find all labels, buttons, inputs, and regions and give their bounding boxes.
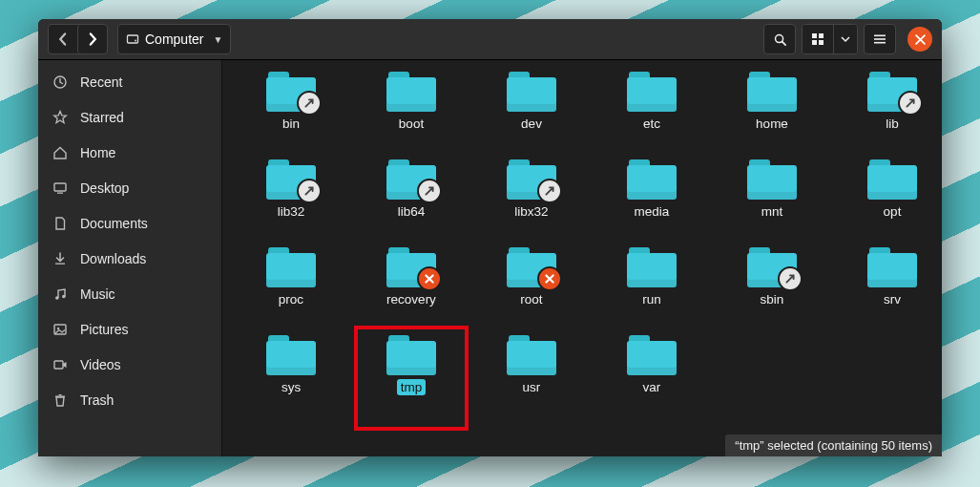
folder-icon bbox=[747, 245, 797, 287]
folder-item-proc[interactable]: proc bbox=[234, 244, 348, 331]
path-segment-computer[interactable]: Computer bbox=[126, 32, 203, 47]
trash-icon bbox=[52, 392, 69, 409]
folder-icon bbox=[386, 158, 436, 200]
folder-label: run bbox=[638, 291, 665, 307]
sidebar-item-documents[interactable]: Documents bbox=[38, 205, 221, 241]
folder-item-var[interactable]: var bbox=[594, 331, 709, 419]
sidebar-item-trash[interactable]: Trash bbox=[38, 382, 221, 417]
svg-rect-0 bbox=[128, 35, 138, 43]
folder-icon bbox=[747, 158, 797, 200]
chevron-left-icon bbox=[56, 32, 70, 46]
icon-view-pane[interactable]: binbootdevetchomeliblib32lib64libx32medi… bbox=[222, 60, 942, 456]
folder-item-run[interactable]: run bbox=[594, 244, 709, 331]
search-button[interactable] bbox=[763, 24, 796, 54]
path-label: Computer bbox=[145, 32, 203, 47]
folder-label: lib64 bbox=[394, 203, 429, 220]
svg-rect-8 bbox=[874, 35, 886, 37]
folder-icon bbox=[627, 245, 677, 287]
folder-label: boot bbox=[395, 116, 427, 132]
folder-icon bbox=[266, 245, 316, 287]
svg-rect-9 bbox=[874, 38, 886, 40]
svg-rect-21 bbox=[59, 394, 62, 395]
clock-icon bbox=[52, 74, 69, 91]
folder-label: mnt bbox=[758, 203, 787, 220]
grid-icon bbox=[811, 32, 824, 46]
folder-item-lib32[interactable]: lib32 bbox=[234, 156, 348, 244]
svg-point-16 bbox=[62, 294, 66, 298]
folder-label: dev bbox=[517, 116, 546, 132]
svg-point-1 bbox=[135, 40, 136, 42]
path-dropdown-button[interactable]: ▼ bbox=[213, 34, 222, 45]
folder-icon bbox=[507, 333, 556, 375]
folder-item-mnt[interactable]: mnt bbox=[715, 156, 829, 244]
folder-label: libx32 bbox=[511, 203, 552, 220]
close-icon bbox=[915, 34, 926, 45]
window-close-button[interactable] bbox=[907, 27, 932, 52]
folder-item-boot[interactable]: boot bbox=[354, 68, 469, 156]
folder-label: bin bbox=[279, 116, 303, 132]
home-icon bbox=[52, 144, 69, 161]
folder-item-home[interactable]: home bbox=[715, 68, 829, 156]
folder-icon bbox=[507, 158, 556, 200]
folder-item-usr[interactable]: usr bbox=[474, 331, 589, 419]
folder-item-root[interactable]: root bbox=[474, 244, 589, 331]
folder-item-etc[interactable]: etc bbox=[594, 68, 709, 156]
sidebar-item-home[interactable]: Home bbox=[38, 135, 221, 170]
folder-label: var bbox=[639, 379, 665, 395]
folder-item-tmp[interactable]: tmp bbox=[354, 331, 469, 419]
folder-label: tmp bbox=[397, 379, 427, 395]
back-button[interactable] bbox=[49, 25, 77, 53]
svg-rect-6 bbox=[812, 40, 817, 45]
sidebar-item-starred[interactable]: Starred bbox=[38, 99, 221, 135]
folder-icon bbox=[386, 70, 436, 112]
music-icon bbox=[52, 286, 69, 303]
hamburger-menu-button[interactable] bbox=[864, 24, 896, 54]
image-icon bbox=[52, 321, 69, 338]
folder-item-recovery[interactable]: recovery bbox=[354, 244, 469, 331]
sidebar-item-music[interactable]: Music bbox=[38, 276, 221, 311]
svg-line-3 bbox=[782, 41, 784, 44]
folder-item-bin[interactable]: bin bbox=[234, 68, 348, 156]
symlink-emblem-icon bbox=[417, 179, 442, 203]
symlink-emblem-icon bbox=[778, 266, 803, 291]
folder-grid: binbootdevetchomeliblib32lib64libx32medi… bbox=[222, 60, 942, 446]
folder-label: recovery bbox=[383, 291, 440, 307]
folder-icon bbox=[266, 333, 316, 375]
symlink-emblem-icon bbox=[537, 179, 562, 203]
sidebar-item-desktop[interactable]: Desktop bbox=[38, 170, 221, 205]
folder-item-sbin[interactable]: sbin bbox=[715, 244, 829, 331]
folder-icon bbox=[867, 158, 917, 200]
symlink-emblem-icon bbox=[297, 91, 322, 116]
folder-item-libx32[interactable]: libx32 bbox=[474, 156, 589, 244]
download-icon bbox=[52, 250, 69, 267]
sidebar-item-recent[interactable]: Recent bbox=[38, 64, 221, 99]
sidebar-item-label: Trash bbox=[80, 392, 114, 408]
folder-label: root bbox=[516, 291, 546, 307]
view-grid-button[interactable] bbox=[803, 25, 833, 53]
sidebar-item-label: Desktop bbox=[80, 180, 129, 196]
folder-item-media[interactable]: media bbox=[594, 156, 709, 244]
folder-item-dev[interactable]: dev bbox=[474, 68, 589, 156]
path-bar[interactable]: Computer ▼ bbox=[117, 24, 231, 54]
sidebar-item-label: Downloads bbox=[80, 251, 146, 266]
svg-rect-13 bbox=[57, 192, 63, 193]
folder-item-lib[interactable]: lib bbox=[835, 68, 942, 156]
folder-item-opt[interactable]: opt bbox=[835, 156, 942, 244]
svg-rect-5 bbox=[819, 33, 824, 38]
sidebar-item-videos[interactable]: Videos bbox=[38, 347, 221, 382]
sidebar-item-downloads[interactable]: Downloads bbox=[38, 241, 221, 276]
sidebar-item-pictures[interactable]: Pictures bbox=[38, 311, 221, 347]
folder-label: sys bbox=[278, 379, 304, 395]
symlink-emblem-icon bbox=[898, 91, 923, 116]
folder-icon bbox=[507, 245, 556, 287]
forward-button[interactable] bbox=[77, 25, 107, 53]
view-dropdown-button[interactable] bbox=[833, 25, 857, 53]
folder-label: opt bbox=[880, 203, 906, 220]
folder-label: media bbox=[631, 203, 674, 220]
folder-label: lib32 bbox=[274, 203, 309, 220]
sidebar-item-label: Home bbox=[80, 145, 115, 160]
folder-icon bbox=[627, 70, 677, 112]
folder-item-sys[interactable]: sys bbox=[234, 331, 348, 419]
folder-item-lib64[interactable]: lib64 bbox=[354, 156, 469, 244]
folder-item-srv[interactable]: srv bbox=[835, 244, 942, 331]
